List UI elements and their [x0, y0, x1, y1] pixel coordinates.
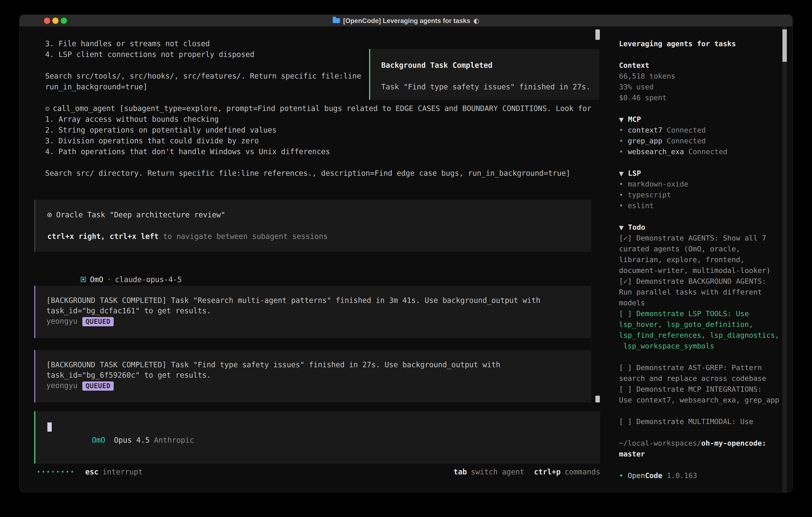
- ctrlp-key-label: commands: [564, 467, 600, 478]
- triangle-down-icon: ▼: [619, 224, 624, 231]
- app-name-code: Code: [645, 471, 662, 480]
- mcp-item: •grep_appConnected: [619, 136, 792, 146]
- oracle-task-title: Oracle Task "Deep architecture review": [56, 211, 225, 219]
- todo-item-line-active: lsp_find_references, lsp_diagnostics,: [619, 330, 792, 341]
- agent-model: claude-opus-4-5: [115, 275, 182, 284]
- task-author: yeongyu: [46, 381, 78, 390]
- agent-header: OmO·claude-opus-4-5: [45, 264, 611, 274]
- scrollbar-thumb[interactable]: [596, 396, 600, 403]
- todo-item-line: Run parallel tasks with different: [619, 287, 792, 298]
- minimize-window-button[interactable]: [52, 18, 59, 24]
- mcp-item: •websearch_exaConnected: [619, 146, 792, 157]
- context-used: 33% used: [619, 82, 792, 92]
- desktop-background: { "window": { "title": "[OpenCode] Lever…: [0, 0, 812, 517]
- context-spent: $0.46 spent: [619, 92, 792, 103]
- tool-call-item: 4. Path operations that don't handle Win…: [45, 146, 611, 157]
- context-heading: Context: [619, 60, 792, 71]
- terminal-window: [OpenCode] Leveraging agents for tasks ◐…: [19, 15, 793, 492]
- mcp-item-status: Connected: [667, 126, 706, 134]
- task-message-meta: yeongyuQUEUED: [46, 316, 591, 326]
- mcp-item-name: context7: [628, 126, 662, 134]
- task-message-meta: yeongyuQUEUED: [46, 380, 591, 391]
- todo-item-line: [ ] Demonstrate MULTIMODAL: Use: [619, 416, 792, 427]
- mcp-heading: MCP: [628, 115, 641, 124]
- navigation-hint: ctrl+x right, ctrl+x left to navigate be…: [47, 231, 591, 242]
- context-tokens: 66,518 tokens: [619, 71, 792, 82]
- tool-call-line: ⚙call_omo_agent [subagent_type=explore, …: [45, 103, 611, 114]
- todo-item-line: search and replace across codebase: [619, 373, 792, 384]
- tool-call-tail: Search src/ directory. Return specific f…: [45, 168, 611, 179]
- bullet-icon: •: [619, 191, 624, 199]
- sidebar-title: Leveraging agents for tasks: [619, 38, 792, 49]
- todo-section-header: ▼Todo: [619, 222, 792, 233]
- bullet-icon: •: [619, 137, 624, 145]
- todo-item-line: [✓] Demonstrate BACKGROUND AGENTS:: [619, 276, 792, 287]
- lsp-item: •typescript: [619, 190, 792, 200]
- spacer: [45, 157, 611, 168]
- scrollbar-thumb[interactable]: [782, 29, 787, 62]
- todo-item-line-active: [ ] Demonstrate LSP TOOLS: Use: [619, 308, 792, 319]
- todo-item-line: curated agents (OmO, oracle,: [619, 244, 792, 254]
- busy-indicator-icon: ◐: [473, 17, 479, 25]
- oracle-task-header: Oracle Task "Deep architecture review": [47, 210, 591, 220]
- mcp-item-status: Connected: [688, 147, 727, 156]
- input-footer: OmOOpus 4.5Anthropic: [47, 424, 194, 456]
- record-icon: [47, 213, 52, 217]
- todo-item-line: [✓] Demonstrate AGENTS: Show all 7: [619, 233, 792, 244]
- output-line: 3. File handles or streams not closed: [45, 38, 611, 49]
- spinner-icon: ••••••••: [37, 467, 75, 478]
- bullet-icon: •: [619, 147, 624, 156]
- tool-call-text: call_omo_agent [subagent_type=explore, p…: [53, 104, 591, 113]
- gear-icon: ⚙: [45, 104, 50, 113]
- todo-item-line-active: lsp_hover, lsp_goto_definition,: [619, 319, 792, 330]
- close-window-button[interactable]: [44, 18, 50, 24]
- spacer: [381, 71, 599, 82]
- workspace-branch: master: [619, 448, 792, 459]
- mcp-item-status: Connected: [667, 137, 706, 145]
- todo-item-line-active: lsp_workspace_symbols: [619, 341, 792, 351]
- spacer: [619, 459, 792, 470]
- window-title: [OpenCode] Leveraging agents for tasks: [343, 17, 470, 24]
- folder-icon: [333, 18, 340, 23]
- todo-heading: Todo: [628, 223, 645, 231]
- queued-badge: QUEUED: [82, 381, 114, 391]
- prompt-input[interactable]: OmOOpus 4.5Anthropic: [34, 411, 600, 464]
- spacer: [619, 157, 792, 168]
- bullet-icon: •: [619, 126, 624, 134]
- triangle-down-icon: ▼: [619, 170, 624, 177]
- scrollbar-thumb[interactable]: [596, 29, 600, 40]
- esc-key-label: interrupt: [103, 467, 142, 478]
- mcp-item: •context7Connected: [619, 125, 792, 136]
- spacer: [619, 427, 792, 438]
- shortcut-keys: ctrl+x right, ctrl+x left: [47, 232, 158, 241]
- esc-key-hint: esc: [85, 467, 99, 478]
- zoom-window-button[interactable]: [61, 18, 67, 24]
- input-provider-name: Anthropic: [154, 436, 194, 444]
- tool-call-item: 3. Division operations that could divide…: [45, 136, 611, 146]
- sidebar-scrollbar[interactable]: [782, 27, 787, 492]
- lsp-item: •markdown-oxide: [619, 179, 792, 190]
- chat-pane: 3. File handles or streams not closed 4.…: [20, 27, 611, 492]
- bullet-icon: •: [619, 180, 624, 188]
- mcp-item-name: websearch_exa: [628, 147, 684, 156]
- ctrlp-key-hint: ctrl+p: [534, 467, 561, 478]
- tool-call-item: 2. String operations on potentially unde…: [45, 125, 611, 136]
- task-message-line: task_id="bg_6f59260c" to get results.: [46, 370, 591, 380]
- input-model-name: Opus 4.5: [114, 436, 150, 444]
- workspace-path-prefix: ~/local-workspaces/: [619, 439, 701, 447]
- spacer: [619, 211, 792, 222]
- spacer: [619, 351, 792, 362]
- notification-body: Task "Find type safety issues" finished …: [381, 82, 599, 92]
- tool-call-item: 1. Array access without bounds checking: [45, 114, 611, 125]
- window-titlebar[interactable]: [OpenCode] Leveraging agents for tasks ◐: [20, 15, 792, 27]
- window-title-area: [OpenCode] Leveraging agents for tasks ◐: [333, 17, 479, 25]
- lsp-item-name: typescript: [628, 191, 671, 199]
- task-message-line: [BACKGROUND TASK COMPLETED] Task "Resear…: [46, 295, 591, 306]
- tab-key-label: switch agent: [471, 467, 524, 478]
- agent-icon: [81, 277, 86, 282]
- input-agent-name: OmO: [92, 436, 105, 444]
- notification-title: Background Task Completed: [381, 60, 599, 71]
- todo-item-line: models: [619, 298, 792, 308]
- app-name-open: Open: [628, 471, 645, 480]
- status-bar-right: tabswitch agentctrl+pcommands: [454, 467, 600, 478]
